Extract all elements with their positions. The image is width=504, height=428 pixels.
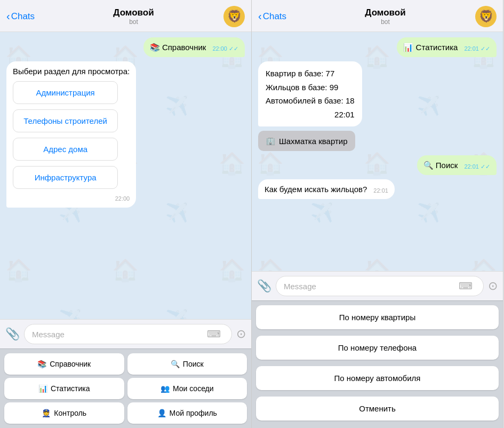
left-btn-administraciya[interactable]: Администрация [13,81,118,104]
right-sent-poisk-text: 🔍 Поиск [423,160,458,171]
right-attach-icon[interactable]: 📎 [257,279,271,293]
left-kbd-btn-statistika[interactable]: 📊 Статистика [4,378,124,399]
left-back-button[interactable]: ‹ Chats [6,10,44,22]
right-shahmatka-label: Шахматка квартир [279,137,348,146]
left-avatar-emoji: 🦁 [227,10,242,23]
left-received-select-time: 22:00 [115,195,130,202]
right-shahmatka-button[interactable]: 🏢 Шахматка квартир [258,131,355,151]
left-kbd-label-poisk: Поиск [183,360,204,368]
right-chat-area: 📊 Статистика 22:01 ✓✓ Квартир в базе: 77… [252,32,503,271]
right-sent-poisk-time: 22:01 ✓✓ [464,163,490,171]
left-avatar[interactable]: 🦁 [223,6,245,27]
left-input-bar: 📎 Message ⌨ ⊙ [0,319,251,348]
left-phone-panel: ‹ Chats Домовой bot 🦁 📚 Справочник 22:00… [0,0,252,428]
right-input-bar: 📎 Message ⌨ ⊙ [252,271,503,300]
left-kbd-label-sosedi: Мои соседи [173,384,214,393]
left-chat-area: 📚 Справочник 22:00 ✓✓ Выбери раздел для … [0,32,251,319]
left-kbd-btn-sosedi[interactable]: 👥 Мои соседи [127,378,247,399]
left-kbd-label-profil: Мой профиль [170,409,217,417]
left-kbd-icon-sosedi: 👥 [161,384,170,393]
left-attach-icon[interactable]: 📎 [5,327,20,341]
left-kbd-btn-profil[interactable]: 👤 Мой профиль [127,402,247,424]
left-bubble-sent-spravochnik: 📚 Справочник 22:00 ✓✓ [143,37,245,57]
right-message-input[interactable]: Message ⌨ [276,276,484,296]
right-bubble-sent-poisk: 🔍 Поиск 22:01 ✓✓ [417,155,497,175]
right-stats-line-1: Квартир в базе: 77 [266,67,355,81]
right-shahmatka-icon: 🏢 [266,136,276,146]
right-bubble-sent-statistika: 📊 Статистика 22:01 ✓✓ [397,37,497,57]
left-btn-adres[interactable]: Адрес дома [13,138,118,161]
left-chat-name: Домовой [44,7,223,18]
right-chat-name: Домовой [295,7,475,18]
right-bubble-received-question: Как будем искать жильцов? 22:01 [258,179,395,199]
right-stats-line-3: Автомобилей в базе: 18 [266,94,355,108]
left-bottom-keyboard: 📚 Справочник 🔍 Поиск 📊 Статистика 👥 Мои … [0,348,251,428]
right-header-center: Домовой bot [295,7,475,26]
left-kbd-icon-poisk: 🔍 [171,360,180,368]
right-search-btn-telefon[interactable]: По номеру телефона [256,336,499,360]
right-search-btn-group: По номеру квартиры По номеру телефона По… [256,305,499,424]
right-keyboard-icon[interactable]: ⌨ [459,280,473,292]
right-chat-subtitle: bot [295,18,475,26]
left-chat-subtitle: bot [44,18,223,26]
left-header-center: Домовой bot [44,7,223,26]
right-msg-row-sent-statistika: 📊 Статистика 22:01 ✓✓ [258,37,497,57]
right-avatar-emoji: 🦁 [479,10,493,23]
left-kbd-icon-spravochnik: 📚 [37,360,46,368]
left-btn-telefony[interactable]: Телефоны строителей [13,109,118,132]
right-bottom-keyboard: По номеру квартиры По номеру телефона По… [252,300,503,428]
right-received-question-text: Как будем искать жильцов? [265,184,367,195]
left-kbd-btn-poisk[interactable]: 🔍 Поиск [127,353,247,375]
right-sent-statistika-text: 📊 Статистика [403,42,458,53]
right-search-btn-kvartira[interactable]: По номеру квартиры [256,305,499,329]
left-back-chevron-icon: ‹ [6,10,10,22]
left-kbd-icon-profil: 👤 [157,409,166,417]
right-stats-time: 22:01 [334,110,355,119]
left-sent-spravochnik-time: 22:00 ✓✓ [212,45,238,53]
right-back-label: Chats [263,11,286,22]
left-btn-infrastruktura[interactable]: Инфраструктура [13,166,118,189]
right-phone-panel: ‹ Chats Домовой bot 🦁 📊 Статистика 22:01… [252,0,503,428]
left-kbd-label-kontrol: Контроль [54,409,86,417]
right-search-btn-avto[interactable]: По номеру автомобиля [256,366,499,390]
right-msg-row-received-question: Как будем искать жильцов? 22:01 [258,179,497,199]
left-header: ‹ Chats Домовой bot 🦁 [0,0,251,32]
left-kbd-label-spravochnik: Справочник [50,360,91,368]
left-keyboard-icon[interactable]: ⌨ [207,328,221,340]
left-kbd-label-statistika: Статистика [51,384,90,393]
left-sent-spravochnik-text: 📚 Справочник [150,42,206,53]
right-search-btn-otmenit[interactable]: Отменить [256,397,499,421]
right-msg-row-shahmatka: 🏢 Шахматка квартир [258,131,497,151]
left-inline-btn-group: Администрация Телефоны строителей Адрес … [13,80,118,190]
left-keyboard-grid: 📚 Справочник 🔍 Поиск 📊 Статистика 👥 Мои … [4,353,247,424]
right-stats-bubble: Квартир в базе: 77 Жильцов в базе: 99 Ав… [258,61,362,126]
left-kbd-icon-statistika: 📊 [38,384,47,393]
right-msg-row-sent-poisk: 🔍 Поиск 22:01 ✓✓ [258,155,497,175]
right-avatar[interactable]: 🦁 [475,6,497,27]
right-camera-icon[interactable]: ⊙ [488,279,498,293]
left-kbd-icon-kontrol: 👮 [42,409,51,417]
right-input-placeholder: Message [284,282,459,291]
left-kbd-btn-kontrol[interactable]: 👮 Контроль [4,402,124,424]
right-header: ‹ Chats Домовой bot 🦁 [252,0,503,32]
left-msg-row-received-select: Выбери раздел для просмотра: Администрац… [6,61,245,208]
left-received-select-text: Выбери раздел для просмотра: [13,67,130,76]
left-kbd-btn-spravochnik[interactable]: 📚 Справочник [4,353,124,375]
right-received-question-time: 22:01 [373,187,388,195]
right-sent-statistika-time: 22:01 ✓✓ [464,45,490,53]
right-stats-line-2: Жильцов в базе: 99 [266,81,355,94]
left-bubble-received-select: Выбери раздел для просмотра: Администрац… [6,61,136,208]
right-back-chevron-icon: ‹ [258,10,262,22]
left-back-label: Chats [11,11,35,22]
left-input-placeholder: Message [32,330,207,339]
right-msg-row-received-stats: Квартир в базе: 77 Жильцов в базе: 99 Ав… [258,61,497,126]
left-msg-row-sent-spravochnik: 📚 Справочник 22:00 ✓✓ [6,37,245,57]
left-camera-icon[interactable]: ⊙ [236,327,246,341]
right-back-button[interactable]: ‹ Chats [258,10,295,22]
left-message-input[interactable]: Message ⌨ [24,324,232,344]
